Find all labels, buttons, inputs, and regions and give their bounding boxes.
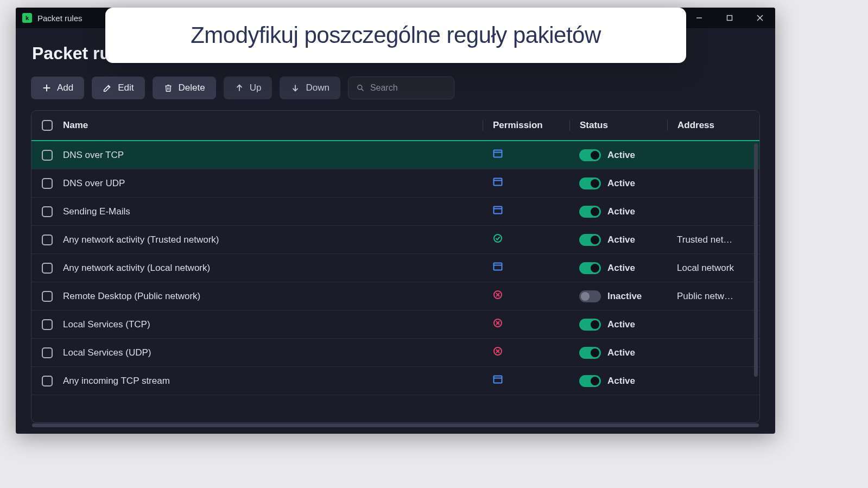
row-status: Active bbox=[569, 319, 667, 331]
row-checkbox[interactable] bbox=[42, 206, 53, 217]
horizontal-scrollbar[interactable] bbox=[32, 423, 759, 427]
status-toggle[interactable] bbox=[579, 375, 601, 387]
status-toggle[interactable] bbox=[579, 149, 601, 161]
close-icon bbox=[756, 14, 764, 22]
row-checkbox[interactable] bbox=[42, 263, 53, 274]
window-icon bbox=[492, 374, 503, 385]
row-status: Active bbox=[569, 206, 667, 218]
table-row[interactable]: Sending E-MailsActive bbox=[31, 198, 759, 226]
column-name[interactable]: Name bbox=[63, 120, 483, 131]
svg-rect-19 bbox=[494, 207, 502, 214]
svg-point-13 bbox=[358, 85, 362, 90]
row-name: Any incoming TCP stream bbox=[63, 376, 483, 386]
row-checkbox[interactable] bbox=[42, 235, 53, 245]
table-row[interactable]: Local Services (UDP)Active bbox=[31, 339, 759, 367]
row-permission bbox=[483, 346, 569, 359]
down-button[interactable]: Down bbox=[280, 77, 340, 99]
table-row[interactable]: DNS over TCPActive bbox=[31, 141, 759, 169]
row-permission bbox=[483, 233, 569, 246]
maximize-button[interactable] bbox=[714, 8, 745, 28]
row-name: Local Services (TCP) bbox=[63, 319, 483, 330]
edit-label: Edit bbox=[118, 83, 134, 93]
table-row[interactable]: Remote Desktop (Public network)InactiveP… bbox=[31, 282, 759, 310]
delete-button[interactable]: Delete bbox=[153, 77, 216, 99]
vertical-scrollbar[interactable] bbox=[754, 143, 758, 377]
table-row[interactable]: DNS over UDPActive bbox=[31, 169, 759, 198]
row-status: Active bbox=[569, 234, 667, 246]
row-permission bbox=[483, 176, 569, 190]
status-text: Active bbox=[607, 235, 635, 245]
row-checkbox[interactable] bbox=[42, 291, 53, 302]
table-row[interactable]: Any network activity (Trusted network)Ac… bbox=[31, 226, 759, 254]
annotation-text: Zmodyfikuj poszczególne reguły pakietów bbox=[191, 22, 601, 48]
window-icon bbox=[492, 205, 503, 216]
table-row[interactable]: Any incoming TCP streamActive bbox=[31, 367, 759, 395]
status-toggle[interactable] bbox=[579, 262, 601, 274]
table-header: Name Permission Status Address bbox=[31, 111, 759, 141]
add-label: Add bbox=[57, 83, 73, 93]
window-controls bbox=[684, 8, 775, 28]
status-toggle[interactable] bbox=[579, 290, 601, 302]
status-text: Active bbox=[607, 178, 635, 188]
app-icon: k bbox=[22, 13, 32, 23]
column-address[interactable]: Address bbox=[667, 120, 759, 131]
arrow-up-icon bbox=[235, 83, 244, 93]
add-button[interactable]: Add bbox=[31, 77, 84, 99]
row-name: Any network activity (Trusted network) bbox=[63, 235, 483, 245]
table-row[interactable]: Any network activity (Local network)Acti… bbox=[31, 254, 759, 282]
search-icon bbox=[356, 84, 365, 92]
status-toggle[interactable] bbox=[579, 347, 601, 359]
svg-rect-1 bbox=[727, 16, 732, 21]
row-name: DNS over TCP bbox=[63, 150, 483, 161]
up-button[interactable]: Up bbox=[224, 77, 273, 99]
status-text: Active bbox=[607, 263, 635, 273]
maximize-icon bbox=[726, 14, 733, 22]
window-icon bbox=[492, 148, 503, 159]
status-text: Active bbox=[607, 150, 635, 160]
search-box[interactable] bbox=[348, 77, 454, 99]
row-permission bbox=[483, 205, 569, 218]
svg-rect-15 bbox=[494, 150, 502, 157]
row-checkbox[interactable] bbox=[42, 150, 53, 161]
minimize-button[interactable] bbox=[684, 8, 714, 28]
row-name: Sending E-Mails bbox=[63, 206, 483, 217]
row-checkbox[interactable] bbox=[42, 376, 53, 386]
table-body: DNS over TCPActiveDNS over UDPActiveSend… bbox=[31, 141, 759, 422]
edit-button[interactable]: Edit bbox=[92, 77, 144, 99]
row-checkbox[interactable] bbox=[42, 178, 53, 189]
annotation-banner: Zmodyfikuj poszczególne reguły pakietów bbox=[105, 8, 686, 63]
row-address: Public netw… bbox=[667, 291, 759, 302]
arrow-down-icon bbox=[290, 83, 300, 93]
status-toggle[interactable] bbox=[579, 178, 601, 189]
minimize-icon bbox=[695, 14, 703, 22]
column-status[interactable]: Status bbox=[569, 120, 667, 131]
up-label: Up bbox=[250, 83, 262, 93]
row-status: Active bbox=[569, 149, 667, 161]
row-address: Trusted net… bbox=[667, 235, 759, 245]
row-permission bbox=[483, 261, 569, 275]
row-checkbox[interactable] bbox=[42, 319, 53, 330]
down-label: Down bbox=[306, 83, 329, 93]
status-toggle[interactable] bbox=[579, 319, 601, 331]
select-all-checkbox[interactable] bbox=[42, 120, 53, 131]
row-permission bbox=[483, 289, 569, 303]
row-permission bbox=[483, 374, 569, 388]
status-text: Active bbox=[607, 319, 635, 329]
close-button[interactable] bbox=[745, 8, 775, 28]
table-row[interactable]: Local Services (TCP)Active bbox=[31, 310, 759, 339]
trash-icon bbox=[163, 83, 173, 93]
rules-table: Name Permission Status Address DNS over … bbox=[31, 110, 760, 423]
column-permission[interactable]: Permission bbox=[483, 120, 569, 131]
search-input[interactable] bbox=[370, 83, 446, 93]
row-checkbox[interactable] bbox=[42, 347, 53, 358]
status-text: Active bbox=[607, 376, 635, 386]
window-icon bbox=[492, 176, 503, 187]
row-status: Active bbox=[569, 347, 667, 359]
status-toggle[interactable] bbox=[579, 234, 601, 246]
status-text: Active bbox=[607, 347, 635, 358]
status-toggle[interactable] bbox=[579, 206, 601, 218]
row-status: Active bbox=[569, 375, 667, 387]
row-status: Inactive bbox=[569, 290, 667, 302]
status-text: Active bbox=[607, 206, 635, 217]
row-name: Local Services (UDP) bbox=[63, 347, 483, 358]
